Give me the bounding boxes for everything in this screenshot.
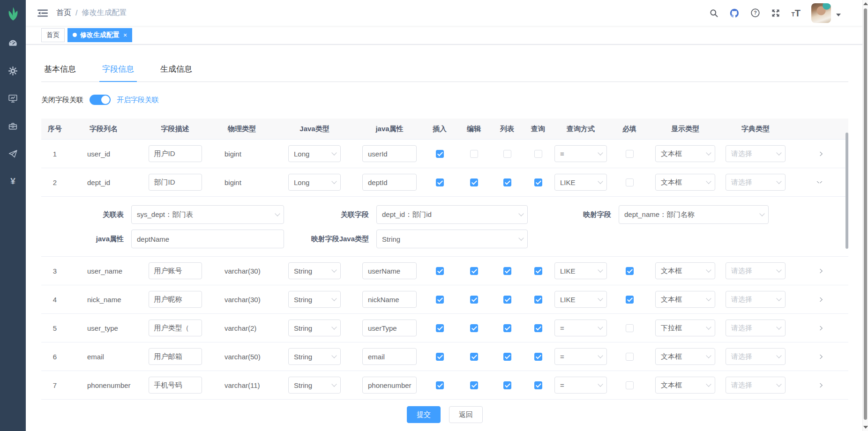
list-checkbox[interactable] bbox=[503, 296, 511, 304]
avatar[interactable] bbox=[811, 3, 831, 23]
query-mode-select[interactable]: = bbox=[554, 348, 607, 365]
tab-gen-info[interactable]: 生成信息 bbox=[157, 64, 195, 82]
page-scrollbar-thumb[interactable] bbox=[864, 8, 867, 420]
sidebar-item-dashboard[interactable] bbox=[0, 38, 26, 48]
sidebar-item-finance[interactable]: ¥ bbox=[0, 176, 26, 186]
query-mode-select[interactable]: LIKE bbox=[554, 262, 607, 279]
required-checkbox[interactable] bbox=[626, 296, 634, 304]
list-checkbox[interactable] bbox=[503, 381, 511, 389]
java-type-select[interactable]: Long bbox=[288, 174, 341, 191]
java-type-select[interactable]: String bbox=[288, 291, 341, 308]
required-checkbox[interactable] bbox=[626, 353, 634, 361]
close-tag-icon[interactable]: × bbox=[123, 31, 127, 39]
sidebar-item-guide[interactable] bbox=[0, 149, 26, 159]
query-mode-select[interactable]: LIKE bbox=[554, 174, 607, 191]
fullscreen-icon[interactable] bbox=[771, 8, 780, 18]
dict-type-select[interactable]: 请选择 bbox=[726, 291, 786, 308]
edit-checkbox[interactable] bbox=[470, 267, 478, 275]
column-desc-input[interactable]: 用户类型（ bbox=[149, 320, 202, 336]
java-field-input[interactable]: userType bbox=[362, 320, 417, 336]
field-link-switch[interactable] bbox=[90, 95, 111, 105]
query-mode-select[interactable]: = bbox=[554, 320, 607, 336]
tag-home[interactable]: 首页 bbox=[41, 28, 65, 42]
font-size-icon[interactable]: TT bbox=[791, 8, 801, 18]
insert-checkbox[interactable] bbox=[436, 267, 444, 275]
java-field-input[interactable]: phonenumber bbox=[362, 377, 417, 394]
dict-type-select[interactable]: 请选择 bbox=[726, 348, 786, 365]
breadcrumb-home[interactable]: 首页 bbox=[56, 8, 71, 18]
sidebar-item-tool[interactable] bbox=[0, 121, 26, 131]
query-checkbox[interactable] bbox=[534, 150, 542, 158]
expand-row-icon[interactable] bbox=[816, 326, 823, 330]
edit-checkbox[interactable] bbox=[470, 178, 478, 186]
mapping-field-select[interactable]: dept_name：部门名称 bbox=[619, 205, 769, 224]
query-checkbox[interactable] bbox=[534, 296, 542, 304]
java-type-select[interactable]: String bbox=[288, 377, 341, 394]
query-mode-select[interactable]: = bbox=[554, 145, 607, 162]
dict-type-select[interactable]: 请选择 bbox=[726, 262, 786, 279]
tab-basic-info[interactable]: 基本信息 bbox=[41, 64, 79, 82]
list-checkbox[interactable] bbox=[503, 178, 511, 186]
java-field-input[interactable]: userId bbox=[362, 145, 417, 162]
app-logo[interactable] bbox=[0, 0, 26, 26]
insert-checkbox[interactable] bbox=[436, 353, 444, 361]
edit-checkbox[interactable] bbox=[470, 324, 478, 332]
column-desc-input[interactable]: 用户ID bbox=[149, 145, 202, 162]
expand-row-icon[interactable] bbox=[816, 383, 823, 387]
expand-row-icon[interactable] bbox=[816, 181, 823, 183]
list-checkbox[interactable] bbox=[503, 150, 511, 158]
relation-field-select[interactable]: dept_id：部门id bbox=[376, 205, 528, 224]
display-type-select[interactable]: 文本框 bbox=[655, 174, 715, 191]
list-checkbox[interactable] bbox=[503, 324, 511, 332]
sidebar-toggle-icon[interactable] bbox=[37, 8, 48, 18]
java-type-select[interactable]: String bbox=[288, 348, 341, 365]
java-field-input[interactable]: nickName bbox=[362, 291, 417, 308]
insert-checkbox[interactable] bbox=[436, 324, 444, 332]
query-checkbox[interactable] bbox=[534, 178, 542, 186]
list-checkbox[interactable] bbox=[503, 267, 511, 275]
display-type-select[interactable]: 文本框 bbox=[655, 291, 715, 308]
query-checkbox[interactable] bbox=[534, 267, 542, 275]
insert-checkbox[interactable] bbox=[436, 178, 444, 186]
insert-checkbox[interactable] bbox=[436, 296, 444, 304]
edit-checkbox[interactable] bbox=[470, 296, 478, 304]
display-type-select[interactable]: 下拉框 bbox=[655, 320, 715, 336]
expand-row-icon[interactable] bbox=[816, 355, 823, 359]
column-desc-input[interactable]: 用户账号 bbox=[149, 262, 202, 279]
dict-type-select[interactable]: 请选择 bbox=[726, 174, 786, 191]
required-checkbox[interactable] bbox=[626, 150, 634, 158]
list-checkbox[interactable] bbox=[503, 353, 511, 361]
required-checkbox[interactable] bbox=[626, 178, 634, 186]
relation-table-select[interactable]: sys_dept：部门表 bbox=[131, 205, 284, 224]
table-scrollbar-thumb[interactable] bbox=[846, 133, 848, 249]
java-field-input[interactable]: userName bbox=[362, 262, 417, 279]
java-field-input[interactable]: email bbox=[362, 348, 417, 365]
required-checkbox[interactable] bbox=[626, 381, 634, 389]
java-type-select[interactable]: String bbox=[288, 262, 341, 279]
column-desc-input[interactable]: 部门ID bbox=[149, 174, 202, 191]
edit-checkbox[interactable] bbox=[470, 381, 478, 389]
sidebar-item-system[interactable] bbox=[0, 66, 26, 76]
scroll-down-icon[interactable] bbox=[863, 426, 868, 429]
insert-checkbox[interactable] bbox=[436, 150, 444, 158]
mapping-java-type-select[interactable]: String bbox=[376, 230, 528, 248]
dict-type-select[interactable]: 请选择 bbox=[726, 145, 786, 162]
column-desc-input[interactable]: 用户昵称 bbox=[149, 291, 202, 308]
display-type-select[interactable]: 文本框 bbox=[655, 262, 715, 279]
submit-button[interactable]: 提交 bbox=[407, 406, 441, 423]
java-attribute-input[interactable]: deptName bbox=[131, 230, 284, 248]
caret-down-icon[interactable] bbox=[836, 14, 841, 16]
query-mode-select[interactable]: = bbox=[554, 377, 607, 394]
query-checkbox[interactable] bbox=[534, 324, 542, 332]
tab-field-info[interactable]: 字段信息 bbox=[99, 64, 137, 82]
query-checkbox[interactable] bbox=[534, 353, 542, 361]
java-type-select[interactable]: Long bbox=[288, 145, 341, 162]
search-icon[interactable] bbox=[709, 8, 718, 18]
query-checkbox[interactable] bbox=[534, 381, 542, 389]
query-mode-select[interactable]: LIKE bbox=[554, 291, 607, 308]
tag-current[interactable]: 修改生成配置 × bbox=[67, 28, 132, 42]
edit-checkbox[interactable] bbox=[470, 353, 478, 361]
expand-row-icon[interactable] bbox=[816, 297, 823, 302]
column-desc-input[interactable]: 用户邮箱 bbox=[149, 348, 202, 365]
display-type-select[interactable]: 文本框 bbox=[655, 377, 715, 394]
